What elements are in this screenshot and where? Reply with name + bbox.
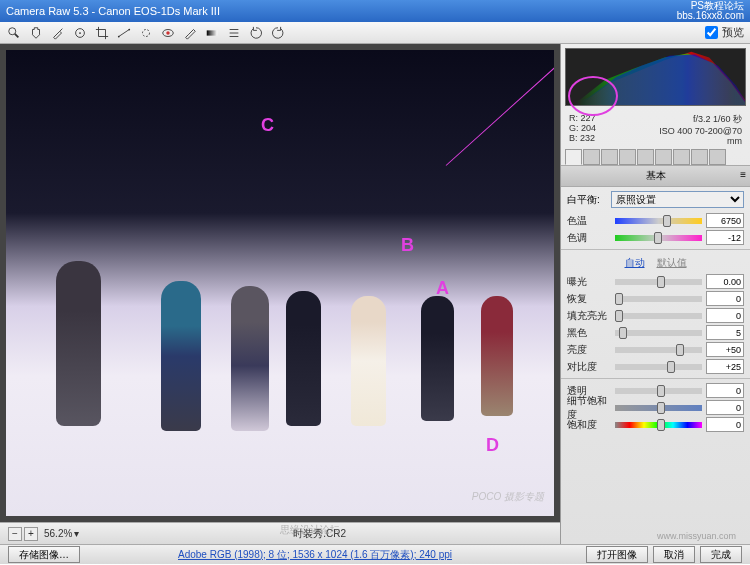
svg-rect-10 xyxy=(207,30,218,35)
crop-tool-icon[interactable] xyxy=(94,25,110,41)
readout-b: B: 232 xyxy=(569,133,656,143)
hand-tool-icon[interactable] xyxy=(28,25,44,41)
bottom-bar: 存储图像… Adobe RGB (1998); 8 位; 1536 x 1024… xyxy=(0,544,750,564)
white-balance-select[interactable]: 原照设置 xyxy=(611,191,744,208)
canvas-panel: A B C D POCO 摄影专题 − + 56.2% ▾ 时装秀.CR2 xyxy=(0,44,560,544)
tab-curve-icon[interactable] xyxy=(583,149,600,165)
tab-split-icon[interactable] xyxy=(637,149,654,165)
readout-r: R: 227 xyxy=(569,113,656,123)
fill-slider[interactable] xyxy=(615,313,702,319)
tab-snapshots-icon[interactable] xyxy=(709,149,726,165)
cancel-button[interactable]: 取消 xyxy=(653,546,695,563)
zoom-tool-icon[interactable] xyxy=(6,25,22,41)
vibrance-value[interactable] xyxy=(706,400,744,415)
adjustment-brush-icon[interactable] xyxy=(182,25,198,41)
clarity-value[interactable] xyxy=(706,383,744,398)
tab-hsl-icon[interactable] xyxy=(619,149,636,165)
workflow-link[interactable]: Adobe RGB (1998); 8 位; 1536 x 1024 (1.6 … xyxy=(178,548,452,562)
svg-point-9 xyxy=(166,31,170,35)
zoom-level[interactable]: 56.2% xyxy=(44,528,72,539)
window-titlebar: Camera Raw 5.3 - Canon EOS-1Ds Mark III … xyxy=(0,0,750,22)
sampler-tool-icon[interactable] xyxy=(72,25,88,41)
tab-camera-icon[interactable] xyxy=(673,149,690,165)
rotate-ccw-icon[interactable] xyxy=(248,25,264,41)
redeye-tool-icon[interactable] xyxy=(160,25,176,41)
temp-label: 色温 xyxy=(567,214,611,228)
zoom-out-button[interactable]: − xyxy=(8,527,22,541)
readout-g: G: 204 xyxy=(569,123,656,133)
fill-value[interactable] xyxy=(706,308,744,323)
save-image-button[interactable]: 存储图像… xyxy=(8,546,80,563)
contrast-slider[interactable] xyxy=(615,364,702,370)
readout-iso: ISO 400 70-200@70 mm xyxy=(656,126,743,146)
fill-label: 填充亮光 xyxy=(567,309,611,323)
svg-point-0 xyxy=(9,27,16,34)
straighten-tool-icon[interactable] xyxy=(116,25,132,41)
exposure-value[interactable] xyxy=(706,274,744,289)
panel-tabs xyxy=(561,149,750,165)
svg-point-7 xyxy=(143,29,150,36)
recovery-label: 恢复 xyxy=(567,292,611,306)
done-button[interactable]: 完成 xyxy=(700,546,742,563)
branding: PS教程论坛bbs.16xx8.com xyxy=(677,1,744,21)
svg-point-3 xyxy=(79,32,81,34)
annotation-b: B xyxy=(401,235,414,256)
preview-checkbox[interactable]: 预览 xyxy=(705,25,744,40)
temp-slider[interactable] xyxy=(615,218,702,224)
tab-lens-icon[interactable] xyxy=(655,149,672,165)
toolbar: 预览 xyxy=(0,22,750,44)
tint-value[interactable] xyxy=(706,230,744,245)
prefs-icon[interactable] xyxy=(226,25,242,41)
default-link[interactable]: 默认值 xyxy=(657,257,687,268)
zoom-in-button[interactable]: + xyxy=(24,527,38,541)
watermark-2: www.missyuan.com xyxy=(657,531,736,541)
tint-label: 色调 xyxy=(567,231,611,245)
tab-basic-icon[interactable] xyxy=(565,149,582,165)
section-header: 基本 ≡ xyxy=(561,165,750,187)
tint-slider[interactable] xyxy=(615,235,702,241)
annotation-line xyxy=(446,61,554,165)
contrast-value[interactable] xyxy=(706,359,744,374)
exposure-label: 曝光 xyxy=(567,275,611,289)
vibrance-slider[interactable] xyxy=(615,405,702,411)
recovery-value[interactable] xyxy=(706,291,744,306)
saturation-label: 饱和度 xyxy=(567,418,611,432)
spot-removal-icon[interactable] xyxy=(138,25,154,41)
image-canvas[interactable]: A B C D POCO 摄影专题 xyxy=(6,50,554,516)
annotation-circle xyxy=(568,76,618,116)
readout-aperture: f/3.2 1/60 秒 xyxy=(656,113,743,126)
poco-watermark: POCO 摄影专题 xyxy=(472,490,544,504)
svg-line-4 xyxy=(119,29,130,36)
panel-menu-icon[interactable]: ≡ xyxy=(740,169,746,180)
watermark-1: 思缘设计论坛 xyxy=(280,523,340,537)
gradient-tool-icon[interactable] xyxy=(204,25,220,41)
annotation-c: C xyxy=(261,115,274,136)
brightness-label: 亮度 xyxy=(567,343,611,357)
open-image-button[interactable]: 打开图像 xyxy=(586,546,648,563)
window-title: Camera Raw 5.3 - Canon EOS-1Ds Mark III xyxy=(6,5,220,17)
annotation-d: D xyxy=(486,435,499,456)
wb-label: 白平衡: xyxy=(567,193,607,207)
black-label: 黑色 xyxy=(567,326,611,340)
temp-value[interactable] xyxy=(706,213,744,228)
brightness-value[interactable] xyxy=(706,342,744,357)
brightness-slider[interactable] xyxy=(615,347,702,353)
auto-link[interactable]: 自动 xyxy=(625,257,645,268)
black-slider[interactable] xyxy=(615,330,702,336)
contrast-label: 对比度 xyxy=(567,360,611,374)
adjustments-panel: R: 227 G: 204 B: 232 f/3.2 1/60 秒 ISO 40… xyxy=(560,44,750,544)
saturation-value[interactable] xyxy=(706,417,744,432)
rotate-cw-icon[interactable] xyxy=(270,25,286,41)
black-value[interactable] xyxy=(706,325,744,340)
clarity-slider[interactable] xyxy=(615,388,702,394)
svg-line-1 xyxy=(15,33,19,37)
saturation-slider[interactable] xyxy=(615,422,702,428)
eyedropper-tool-icon[interactable] xyxy=(50,25,66,41)
exposure-slider[interactable] xyxy=(615,279,702,285)
svg-point-6 xyxy=(128,28,130,30)
tab-detail-icon[interactable] xyxy=(601,149,618,165)
tab-presets-icon[interactable] xyxy=(691,149,708,165)
svg-point-5 xyxy=(118,35,120,37)
recovery-slider[interactable] xyxy=(615,296,702,302)
annotation-a: A xyxy=(436,278,449,299)
